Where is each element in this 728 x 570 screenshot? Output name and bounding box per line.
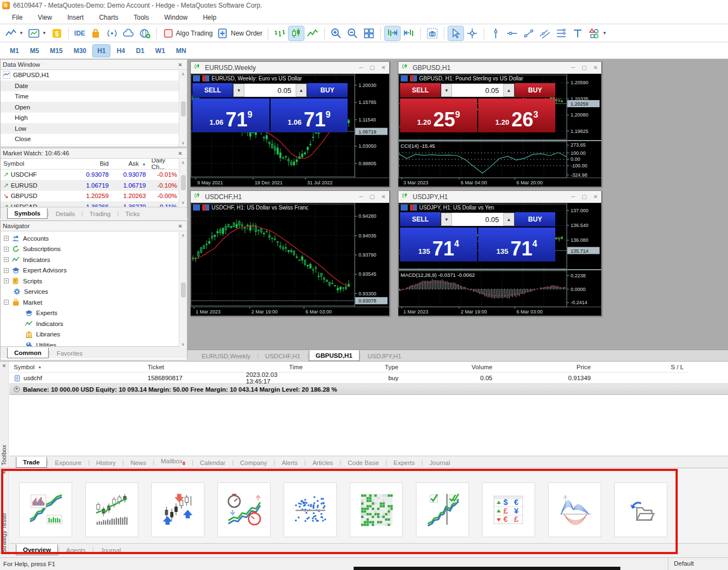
chart-tab-eurusd-weekly[interactable]: EURUSD,Weekly bbox=[195, 351, 257, 361]
scroll-up-icon[interactable]: ∧ bbox=[181, 72, 185, 77]
tab-company[interactable]: Company bbox=[233, 458, 273, 468]
data-window-field-close[interactable]: Close bbox=[1, 134, 179, 145]
scroll-thumb[interactable] bbox=[181, 175, 186, 190]
expand-icon[interactable]: + bbox=[14, 386, 20, 392]
column-daily-change[interactable]: Daily Ch... bbox=[149, 159, 179, 170]
close-icon[interactable]: ✕ bbox=[381, 65, 386, 71]
tester-tile-report-chart[interactable] bbox=[19, 482, 72, 537]
navigator-item-expert-advisors[interactable]: +Expert Advisors bbox=[4, 265, 179, 276]
tab-common[interactable]: Common bbox=[7, 347, 49, 358]
chart-window-titlebar[interactable]: EURUSD,Weekly─▢✕ bbox=[191, 62, 389, 74]
minimize-icon[interactable]: ─ bbox=[571, 65, 575, 71]
bid-value[interactable]: 1.06719 bbox=[65, 180, 111, 191]
tab-overview[interactable]: Overview bbox=[16, 544, 58, 555]
navigator-scrollbar[interactable]: ∧∨ bbox=[179, 232, 187, 348]
trade-column-ticket[interactable]: Ticket bbox=[143, 362, 242, 373]
menu-view[interactable]: View bbox=[30, 12, 60, 23]
minimize-icon[interactable]: ─ bbox=[571, 194, 575, 200]
column-ask[interactable]: Ask▲ bbox=[111, 159, 149, 170]
data-window-symbol-row[interactable]: GBPUSD,H1 bbox=[1, 70, 179, 81]
close-icon[interactable]: ✕ bbox=[176, 150, 185, 156]
new-order-button[interactable]: New Order bbox=[215, 26, 264, 40]
navigator-item-utilities[interactable]: Utilities bbox=[4, 340, 179, 346]
scroll-down-icon[interactable]: ∨ bbox=[181, 141, 185, 146]
minimize-icon[interactable]: ─ bbox=[359, 194, 363, 200]
tab-agents[interactable]: Agents bbox=[60, 545, 92, 555]
tester-tile-distribution-surface[interactable] bbox=[548, 482, 601, 537]
menu-window[interactable]: Window bbox=[157, 12, 196, 23]
maximize-icon[interactable]: ▢ bbox=[369, 194, 374, 200]
chart-canvas[interactable]: 1.200301.157851.115401.030500.988051.067… bbox=[191, 74, 389, 187]
chart-window-titlebar[interactable]: GBPUSD,H1─▢✕ bbox=[398, 62, 601, 74]
trade-column-price[interactable]: Price bbox=[497, 362, 595, 373]
scroll-up-icon[interactable]: ∧ bbox=[181, 233, 185, 238]
trendline-button[interactable] bbox=[521, 26, 536, 40]
maximize-icon[interactable]: ▢ bbox=[582, 194, 586, 200]
maximize-icon[interactable]: ▢ bbox=[582, 65, 586, 71]
symbol-cell[interactable]: ↗USDCAD bbox=[1, 201, 65, 207]
close-icon[interactable]: ✕ bbox=[594, 194, 598, 200]
trade-column-s-l[interactable]: S / L bbox=[595, 362, 688, 373]
trade-column-time[interactable]: Time bbox=[242, 362, 307, 373]
one-click-trading-button[interactable]: $ bbox=[49, 26, 64, 40]
data-window-field-low[interactable]: Low bbox=[1, 124, 179, 135]
bid-value[interactable]: 0.93078 bbox=[65, 170, 111, 181]
chart-window-gbpusd[interactable]: GBPUSD,H1─▢✕1.205901.203351.200801.19825… bbox=[398, 61, 602, 187]
close-icon[interactable]: ✕ bbox=[0, 362, 8, 369]
symbol-cell[interactable]: ↘GBPUSD bbox=[1, 191, 65, 202]
data-window-field-date[interactable]: Date bbox=[1, 81, 179, 92]
sell-price-box[interactable]: 1.06719 bbox=[192, 98, 269, 132]
candlestick-chart-button[interactable] bbox=[289, 26, 304, 40]
one-click-icon[interactable] bbox=[410, 75, 417, 82]
depth-of-market-icon[interactable] bbox=[401, 205, 408, 211]
bid-value[interactable]: 1.36266 bbox=[65, 201, 111, 207]
tab-history[interactable]: History bbox=[90, 458, 122, 468]
chart-window-titlebar[interactable]: USDCHF,H1─▢✕ bbox=[191, 191, 389, 203]
buy-button[interactable]: BUY bbox=[307, 83, 348, 97]
one-click-icon[interactable] bbox=[410, 205, 417, 211]
tab-news[interactable]: News bbox=[124, 458, 153, 468]
minimize-icon[interactable]: ─ bbox=[359, 65, 363, 71]
sell-button[interactable]: SELL bbox=[400, 83, 441, 97]
buy-button[interactable]: BUY bbox=[515, 83, 555, 97]
tab-exposure[interactable]: Exposure bbox=[49, 458, 89, 468]
tab-journal[interactable]: Journal bbox=[94, 545, 128, 555]
profiles-button[interactable]: ▼ bbox=[26, 26, 48, 40]
horizontal-line-button[interactable] bbox=[504, 26, 520, 40]
chart-type-button[interactable]: ▼ bbox=[3, 26, 25, 40]
timeframe-h4[interactable]: H4 bbox=[112, 45, 129, 57]
tester-tile-forward-test[interactable] bbox=[416, 482, 469, 537]
buy-price-box[interactable]: 1.20263 bbox=[478, 98, 555, 132]
expand-icon[interactable]: + bbox=[4, 257, 9, 262]
tab-journal[interactable]: Journal bbox=[423, 458, 457, 468]
volume-increase-button[interactable]: ▲ bbox=[503, 213, 514, 226]
metaeditor-ide-button[interactable]: IDE bbox=[73, 26, 87, 40]
expand-icon[interactable]: + bbox=[4, 236, 9, 241]
community-button[interactable] bbox=[137, 26, 152, 40]
data-window-scrollbar[interactable]: ∧∨ bbox=[179, 71, 187, 147]
tab-articles[interactable]: Articles bbox=[306, 458, 340, 468]
menu-tools[interactable]: Tools bbox=[126, 12, 157, 23]
timeframe-mn[interactable]: MN bbox=[172, 45, 191, 57]
one-click-icon[interactable] bbox=[202, 75, 209, 82]
shapes-button[interactable]: ▼ bbox=[586, 26, 608, 40]
trade-column-symbol[interactable]: Symbol▲ bbox=[9, 362, 143, 373]
ask-value[interactable]: 1.36270 bbox=[111, 201, 149, 207]
bid-value[interactable]: 1.20259 bbox=[65, 191, 111, 202]
tab-trade[interactable]: Trade bbox=[16, 457, 47, 468]
vertical-line-button[interactable] bbox=[488, 26, 503, 40]
chart-tab-usdjpy-h1[interactable]: USDJPY,H1 bbox=[361, 351, 408, 361]
market-watch-scrollbar[interactable]: ∧∨ bbox=[179, 159, 187, 206]
tab-favorites[interactable]: Favorites bbox=[50, 348, 89, 358]
zoom-in-button[interactable] bbox=[328, 26, 344, 40]
trade-cell-volume[interactable]: 0.05 bbox=[403, 373, 497, 383]
sell-price-box[interactable]: 135714 bbox=[400, 228, 477, 261]
text-label-button[interactable] bbox=[570, 26, 585, 40]
tester-tile-trade-signals[interactable] bbox=[151, 482, 204, 537]
close-icon[interactable]: ✕ bbox=[176, 223, 185, 229]
timeframe-d1[interactable]: D1 bbox=[132, 45, 149, 57]
column-bid[interactable]: Bid bbox=[65, 159, 111, 170]
navigator-item-scripts[interactable]: +Scripts bbox=[4, 276, 179, 287]
one-click-icon[interactable] bbox=[202, 205, 209, 211]
trade-cell-time[interactable]: 2023.02.03 13:45:17 bbox=[242, 373, 307, 383]
